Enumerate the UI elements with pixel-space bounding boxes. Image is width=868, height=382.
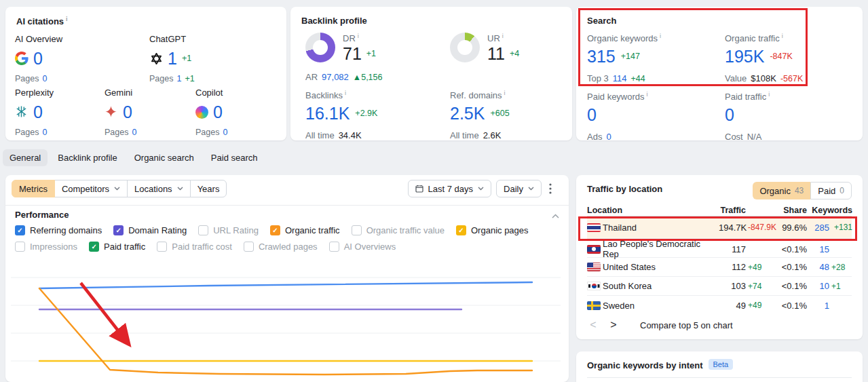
paid-keywords-value[interactable]: 0 [587, 106, 597, 123]
date-controls: Last 7 days Daily [408, 180, 554, 197]
copilot-pages[interactable]: 0 [223, 128, 227, 137]
ar-value[interactable]: 97,082 [322, 72, 349, 82]
perplexity-count[interactable]: 0 [33, 103, 43, 121]
chevron-down-icon [528, 187, 534, 191]
kebab-icon [549, 183, 552, 194]
metric-checkboxes: ✓Referring domains ✓Domain Rating URL Ra… [15, 225, 561, 252]
traffic-by-location-title: Traffic by location [587, 184, 662, 194]
checkbox-unchecked-icon [198, 225, 208, 235]
gemini-count[interactable]: 0 [123, 103, 132, 121]
tab-paid-search[interactable]: Paid search [204, 149, 265, 166]
keywords-by-intent-panel: Organic keywords by intentBeta [576, 351, 863, 382]
filter-group: Metrics Competitors Locations Years [12, 180, 227, 197]
table-row-sweden[interactable]: Sweden 49 +49 <0.1% 1 [587, 296, 852, 315]
table-row-south-korea[interactable]: South Korea 103 +74 <0.1% 10 +1 [587, 277, 852, 296]
perplexity-label: Perplexity [15, 88, 103, 98]
chatgpt-count[interactable]: 1 [168, 50, 177, 67]
top3-value[interactable]: 114 [613, 73, 627, 83]
domain-rating-block: DR 71+1 [305, 33, 376, 63]
organic-traffic-label[interactable]: Organic traffic [725, 33, 803, 43]
paid-traffic-label[interactable]: Paid traffic [725, 91, 770, 102]
divider [5, 205, 569, 206]
ai-overview-count[interactable]: 0 [33, 50, 43, 67]
copilot-count[interactable]: 0 [213, 103, 223, 121]
competitors-filter-button[interactable]: Competitors [54, 180, 128, 197]
checkbox-unchecked-icon [15, 242, 25, 252]
table-row-united-states[interactable]: United States 112 +49 <0.1% 48 +28 [587, 258, 852, 277]
metric-checkbox-referring-domains[interactable]: ✓Referring domains [15, 225, 102, 235]
chatgpt-pages[interactable]: 1 [176, 74, 181, 83]
tab-backlink-profile[interactable]: Backlink profile [51, 149, 124, 166]
perplexity-pages[interactable]: 0 [42, 128, 47, 137]
metric-checkbox-paid-traffic[interactable]: ✓Paid traffic [89, 242, 145, 252]
organic-traffic-value[interactable]: 195K [725, 47, 764, 65]
compare-top5-link[interactable]: Compare top 5 on chart [640, 320, 733, 330]
location-name: Sweden [603, 301, 717, 311]
column-header-keywords[interactable]: Keywords [809, 206, 852, 215]
paid-toggle-button[interactable]: Paid0 [810, 182, 852, 199]
dr-label[interactable]: DR [343, 33, 376, 43]
date-range-button[interactable]: Last 7 days [408, 180, 492, 197]
metric-checkbox-domain-rating[interactable]: ✓Domain Rating [113, 225, 187, 235]
ai-citations-panel: AI citations AI Overview 0 Pages0 ChatGP… [5, 7, 286, 140]
table-row-thailand[interactable]: Thailand 194.7K -847.9K 99.6% 285 +131 [587, 216, 852, 239]
previous-page-button[interactable]: < [587, 319, 599, 331]
years-filter-button[interactable]: Years [190, 180, 227, 197]
ai-item-perplexity: Perplexity 0 Pages0 [15, 88, 103, 137]
locations-filter-button[interactable]: Locations [127, 180, 191, 197]
organic-toggle-button[interactable]: Organic43 [753, 182, 810, 199]
table-row-laos[interactable]: Lao People's Democratic Rep 117 <0.1% 15 [587, 239, 852, 258]
backlinks-value[interactable]: 16.1K [305, 104, 350, 122]
metric-checkbox-impressions[interactable]: Impressions [15, 242, 77, 252]
google-icon [15, 52, 29, 65]
dr-value: 71 [343, 45, 362, 62]
next-page-button[interactable]: > [607, 319, 620, 331]
flag-south-korea-icon [587, 282, 601, 290]
ai-overview-label: AI Overview [15, 34, 103, 44]
copilot-icon [195, 106, 208, 119]
metric-checkbox-organic-traffic[interactable]: ✓Organic traffic [270, 225, 340, 235]
cost-value: N/A [747, 132, 762, 142]
performance-chart[interactable] [5, 261, 569, 382]
beta-badge: Beta [709, 359, 734, 370]
paid-traffic-value[interactable]: 0 [725, 106, 734, 123]
metric-checkbox-organic-traffic-value[interactable]: Organic traffic value [352, 225, 445, 235]
paid-keywords-label[interactable]: Paid keywords [587, 91, 648, 102]
checkbox-checked-icon: ✓ [270, 225, 280, 235]
ref-domains-value[interactable]: 2.5K [450, 104, 485, 122]
granularity-button[interactable]: Daily [496, 180, 542, 197]
chevron-up-icon [552, 214, 559, 218]
collapse-section-button[interactable] [550, 209, 561, 222]
organic-keywords-label[interactable]: Organic keywords [587, 33, 661, 43]
metric-checkbox-url-rating[interactable]: URL Rating [198, 225, 259, 235]
checkbox-unchecked-icon [352, 225, 362, 235]
ref-domains-label[interactable]: Ref. domains [450, 90, 510, 100]
column-header-traffic[interactable]: Traffic [719, 206, 746, 215]
search-panel: Search Organic keywords 315+147 Top 3114… [576, 7, 863, 140]
chatgpt-icon [149, 52, 163, 65]
search-title: Search [587, 16, 616, 26]
metric-checkbox-ai-overviews[interactable]: AI Overviews [329, 242, 396, 252]
metric-checkbox-crawled-pages[interactable]: Crawled pages [244, 242, 318, 252]
tab-organic-search[interactable]: Organic search [128, 149, 201, 166]
metric-checkbox-paid-traffic-cost[interactable]: Paid traffic cost [157, 242, 232, 252]
performance-panel: Metrics Competitors Locations Years Last… [5, 175, 569, 382]
tab-general[interactable]: General [3, 149, 48, 166]
flag-laos-icon [587, 245, 601, 254]
metrics-filter-button[interactable]: Metrics [12, 180, 55, 197]
gemini-pages[interactable]: 0 [132, 128, 136, 137]
more-options-button[interactable] [546, 180, 554, 197]
ai-item-ai-overview: AI Overview 0 Pages0 [15, 34, 103, 83]
ur-label[interactable]: UR [487, 33, 519, 43]
paid-keywords-block: Paid keywords 0 Ads0 [587, 91, 648, 142]
ads-value[interactable]: 0 [606, 132, 611, 142]
column-header-share[interactable]: Share [780, 206, 807, 215]
chevron-down-icon [177, 187, 183, 191]
perplexity-icon [15, 105, 29, 119]
column-header-location[interactable]: Location [587, 206, 717, 215]
metric-checkbox-organic-pages[interactable]: ✓Organic pages [456, 225, 529, 235]
ur-donut-chart [450, 33, 480, 62]
backlinks-label[interactable]: Backlinks [305, 90, 377, 100]
ai-overview-pages[interactable]: 0 [42, 74, 47, 83]
organic-keywords-value[interactable]: 315 [587, 47, 616, 65]
